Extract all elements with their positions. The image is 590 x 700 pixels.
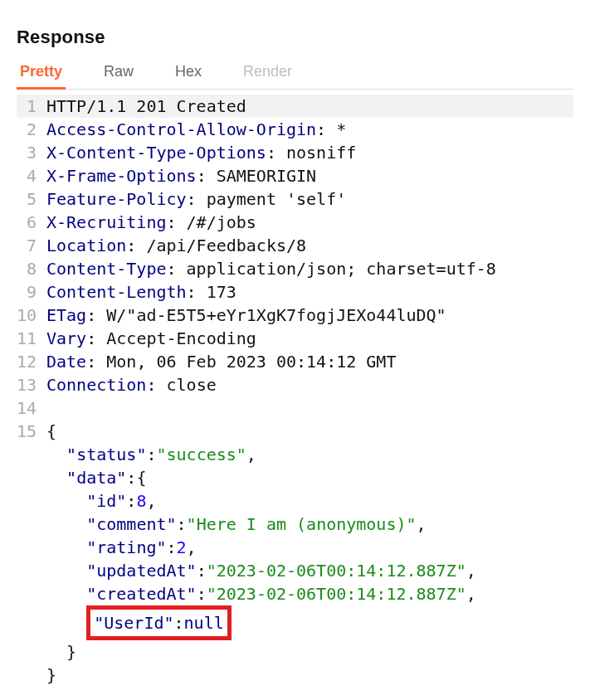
- line-content: {: [41, 420, 573, 443]
- line-content: X-Frame-Options: SAMEORIGIN: [41, 164, 573, 187]
- line-content: "rating":2,: [41, 536, 573, 559]
- code-line: 2Access-Control-Allow-Origin: *: [17, 118, 573, 141]
- line-number: 1: [17, 95, 41, 118]
- code-line: 7Location: /api/Feedbacks/8: [17, 234, 573, 257]
- line-content: Content-Type: application/json; charset=…: [41, 257, 573, 280]
- line-number: 4: [17, 164, 41, 187]
- line-content: HTTP/1.1 201 Created: [41, 95, 573, 118]
- line-number: 7: [17, 234, 41, 257]
- code-line: 6X-Recruiting: /#/jobs: [17, 211, 573, 234]
- line-content: Location: /api/Feedbacks/8: [41, 234, 573, 257]
- line-content: }: [41, 664, 573, 687]
- code-line: 8Content-Type: application/json; charset…: [17, 257, 573, 280]
- code-line: }: [17, 664, 573, 687]
- code-line: 13Connection: close: [17, 373, 573, 396]
- tab-pretty[interactable]: Pretty: [18, 63, 64, 89]
- code-line: 5Feature-Policy: payment 'self': [17, 187, 573, 211]
- code-line: "updatedAt":"2023-02-06T00:14:12.887Z",: [17, 559, 573, 582]
- line-number: 3: [17, 141, 41, 164]
- code-line: "comment":"Here I am (anonymous)",: [17, 513, 573, 536]
- code-line: "UserId":null: [17, 605, 573, 640]
- view-tabs: PrettyRawHexRender: [17, 63, 573, 90]
- line-content: Feature-Policy: payment 'self': [41, 187, 573, 211]
- panel-title: Response: [17, 27, 573, 48]
- line-number: 10: [17, 304, 41, 327]
- line-number: 11: [17, 327, 41, 350]
- code-line: 14: [17, 396, 573, 420]
- line-content: }: [41, 640, 573, 664]
- line-number: 2: [17, 118, 41, 141]
- code-line: "status":"success",: [17, 443, 573, 466]
- line-content: Content-Length: 173: [41, 280, 573, 304]
- code-line: 11Vary: Accept-Encoding: [17, 327, 573, 350]
- line-number: 13: [17, 373, 41, 396]
- highlight-box: "UserId":null: [86, 605, 232, 640]
- response-panel: Response PrettyRawHexRender 1HTTP/1.1 20…: [0, 0, 590, 700]
- line-content: Date: Mon, 06 Feb 2023 00:14:12 GMT: [41, 350, 573, 373]
- code-line: "data":{: [17, 466, 573, 489]
- code-line: 4X-Frame-Options: SAMEORIGIN: [17, 164, 573, 187]
- code-line: 3X-Content-Type-Options: nosniff: [17, 141, 573, 164]
- line-content: Vary: Accept-Encoding: [41, 327, 573, 350]
- tab-render[interactable]: Render: [241, 63, 294, 89]
- code-line: "rating":2,: [17, 536, 573, 559]
- line-content: X-Recruiting: /#/jobs: [41, 211, 573, 234]
- line-number: 15: [17, 420, 41, 443]
- line-content: "UserId":null: [41, 605, 573, 640]
- line-content: "createdAt":"2023-02-06T00:14:12.887Z",: [41, 582, 573, 605]
- tab-hex[interactable]: Hex: [173, 63, 203, 89]
- code-line: 9Content-Length: 173: [17, 280, 573, 304]
- tab-raw[interactable]: Raw: [102, 63, 135, 89]
- code-line: }: [17, 640, 573, 664]
- code-line: 1HTTP/1.1 201 Created: [17, 95, 573, 118]
- line-number: 14: [17, 396, 41, 420]
- code-line: "id":8,: [17, 489, 573, 513]
- line-number: 6: [17, 211, 41, 234]
- line-content: "comment":"Here I am (anonymous)",: [41, 513, 573, 536]
- code-line: 10ETag: W/"ad-E5T5+eYr1XgK7fogjJEXo44luD…: [17, 304, 573, 327]
- line-content: "updatedAt":"2023-02-06T00:14:12.887Z",: [41, 559, 573, 582]
- code-line: "createdAt":"2023-02-06T00:14:12.887Z",: [17, 582, 573, 605]
- code-line: 15{: [17, 420, 573, 443]
- line-content: [41, 396, 573, 420]
- line-content: ETag: W/"ad-E5T5+eYr1XgK7fogjJEXo44luDQ": [41, 304, 573, 327]
- line-content: "status":"success",: [41, 443, 573, 466]
- line-content: "id":8,: [41, 489, 573, 513]
- line-number: 5: [17, 187, 41, 211]
- line-content: Access-Control-Allow-Origin: *: [41, 118, 573, 141]
- line-number: 12: [17, 350, 41, 373]
- line-content: "data":{: [41, 466, 573, 489]
- response-body[interactable]: 1HTTP/1.1 201 Created2Access-Control-All…: [17, 95, 573, 687]
- line-number: 9: [17, 280, 41, 304]
- line-content: X-Content-Type-Options: nosniff: [41, 141, 573, 164]
- code-line: 12Date: Mon, 06 Feb 2023 00:14:12 GMT: [17, 350, 573, 373]
- line-number: 8: [17, 257, 41, 280]
- line-content: Connection: close: [41, 373, 573, 396]
